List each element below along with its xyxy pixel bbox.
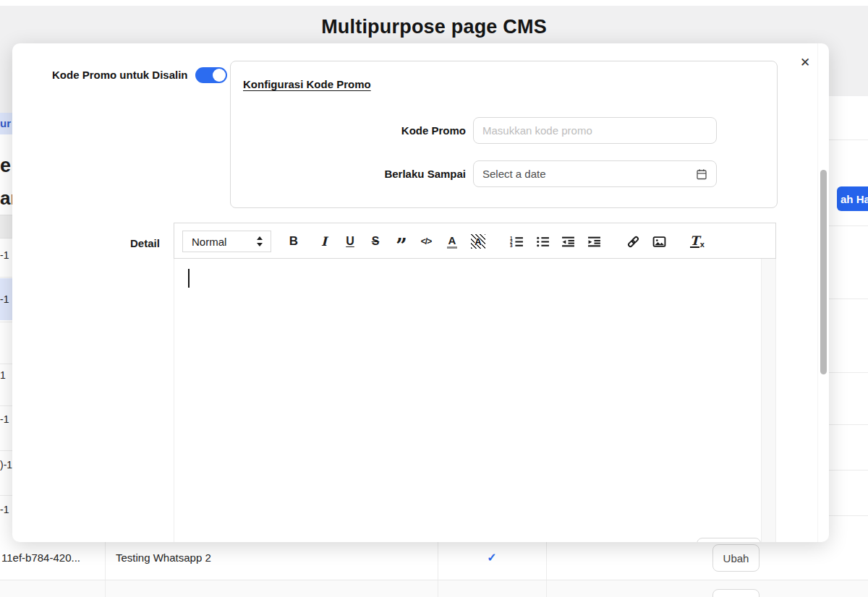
field-label-berlaku-sampai: Berlaku Sampai: [231, 160, 466, 187]
code-icon: </>: [421, 236, 431, 246]
sidebar-item-label: ur: [0, 117, 11, 129]
bullet-list-icon: [536, 235, 550, 249]
edit-page-modal: ✕ Kode Promo untuk Disalin Konfigurasi K…: [12, 43, 829, 542]
underline-button[interactable]: U: [341, 233, 359, 250]
close-icon[interactable]: ✕: [795, 52, 815, 72]
image-button[interactable]: [650, 233, 668, 250]
background-table-header-fragment: [0, 215, 12, 239]
editor-toolbar: Normal B I U S ” </> A A 1 2 3: [174, 223, 776, 259]
text-color-icon: A: [447, 235, 458, 249]
row-divider: [0, 277, 12, 278]
background-heading-fragment: e: [0, 155, 11, 177]
text-caret: [188, 269, 190, 288]
app-root: Multipurpose page CMS ur e ar -1 -1 1 -1…: [0, 0, 868, 597]
background-left-sliver: ur e ar -1 -1 1 -1 )-1 -1: [0, 0, 12, 597]
add-page-button[interactable]: ah Hala: [837, 186, 868, 211]
clear-format-button[interactable]: T x: [689, 233, 706, 250]
table-cell-fragment: -1: [0, 504, 9, 515]
add-page-button-label: ah Hala: [841, 193, 868, 205]
link-icon: [626, 235, 640, 249]
edit-row-button[interactable]: [712, 589, 760, 597]
highlight-icon: A: [471, 234, 485, 249]
clipped-button-fragment[interactable]: [697, 538, 761, 542]
link-button[interactable]: [624, 233, 642, 250]
background-heading-fragment: ar: [0, 187, 12, 210]
promo-code-input-wrap: [473, 117, 717, 144]
column-divider: [546, 542, 547, 597]
bullet-list-button[interactable]: [534, 233, 551, 250]
editor-scroll-gutter: [761, 259, 775, 542]
blockquote-icon: ”: [396, 233, 407, 249]
row-divider: [829, 139, 868, 140]
edit-row-button[interactable]: Ubah: [712, 544, 760, 572]
row-divider: [829, 372, 868, 373]
row-divider: [0, 450, 12, 451]
bold-icon: B: [289, 234, 298, 249]
table-cell-fragment: -1: [0, 293, 9, 305]
svg-text:3: 3: [510, 243, 513, 248]
format-select-value: Normal: [192, 236, 256, 248]
cell-page-name: Testing Whatsapp 2: [116, 551, 211, 564]
image-icon: [652, 235, 666, 249]
page-title: Multipurpose page CMS: [0, 16, 868, 38]
italic-icon: I: [321, 234, 327, 249]
code-block-button[interactable]: </>: [417, 233, 435, 250]
edit-row-button-label: Ubah: [723, 552, 749, 564]
table-cell-fragment: -1: [0, 413, 9, 425]
table-cell-fragment: 1: [0, 369, 6, 381]
datepicker-placeholder: Select a date: [482, 168, 696, 180]
strikethrough-icon: S: [372, 235, 380, 248]
valid-until-datepicker[interactable]: Select a date: [473, 160, 717, 187]
indent-button[interactable]: [585, 233, 603, 250]
panel-title: Konfigurasi Kode Promo: [243, 78, 371, 90]
cell-page-id: 11ef-b784-420...: [1, 551, 80, 564]
row-divider: [829, 424, 868, 425]
background-table: 11ef-b784-420... Testing Whatsapp 2 ✓ Ub…: [0, 542, 868, 597]
table-cell-fragment: -1: [0, 249, 9, 261]
background-right-sliver: ah Hala: [829, 96, 868, 542]
clear-format-icon: T: [690, 236, 699, 248]
indent-icon: [587, 235, 601, 249]
detail-label: Detail: [130, 237, 160, 249]
column-divider: [438, 542, 438, 597]
text-color-button[interactable]: A: [443, 233, 461, 250]
ordered-list-icon: 1 2 3: [510, 235, 524, 249]
highlight-color-button[interactable]: A: [469, 233, 487, 250]
sidebar-item-selected[interactable]: ur: [0, 113, 12, 134]
promo-code-input[interactable]: [482, 124, 707, 137]
promo-toggle-switch[interactable]: [195, 67, 227, 83]
calendar-icon: [696, 168, 707, 180]
toggle-knob: [213, 69, 226, 82]
blockquote-button[interactable]: ”: [393, 233, 410, 250]
format-select[interactable]: Normal: [182, 231, 271, 252]
outdent-button[interactable]: [559, 233, 576, 250]
header-band-fragment: [0, 93, 12, 113]
promo-config-panel: Konfigurasi Kode Promo Kode Promo Berlak…: [230, 61, 778, 208]
row-divider: [829, 470, 868, 471]
editor-content[interactable]: [174, 259, 776, 542]
underline-icon: U: [346, 235, 354, 248]
row-divider: [0, 495, 12, 496]
modal-content-divider: [817, 43, 818, 542]
row-divider: [0, 322, 12, 322]
row-divider: [829, 515, 868, 516]
row-divider: [829, 226, 868, 226]
clear-format-icon-sub: x: [700, 240, 705, 249]
strikethrough-button[interactable]: S: [367, 233, 384, 250]
outdent-icon: [561, 235, 575, 249]
promo-toggle-label: Kode Promo untuk Disalin: [52, 64, 188, 86]
table-cell-fragment: )-1: [0, 459, 12, 471]
italic-button[interactable]: I: [315, 233, 333, 250]
row-divider: [0, 580, 868, 580]
modal-scrollbar[interactable]: [820, 170, 827, 374]
chevron-updown-icon: [256, 236, 263, 246]
row-divider: [0, 405, 12, 406]
column-divider: [105, 542, 106, 597]
row-divider: [829, 298, 868, 299]
check-icon: ✓: [474, 551, 510, 564]
field-label-kode-promo: Kode Promo: [231, 117, 466, 144]
row-divider: [0, 364, 12, 364]
ordered-list-button[interactable]: 1 2 3: [508, 233, 525, 250]
bold-button[interactable]: B: [285, 233, 302, 250]
